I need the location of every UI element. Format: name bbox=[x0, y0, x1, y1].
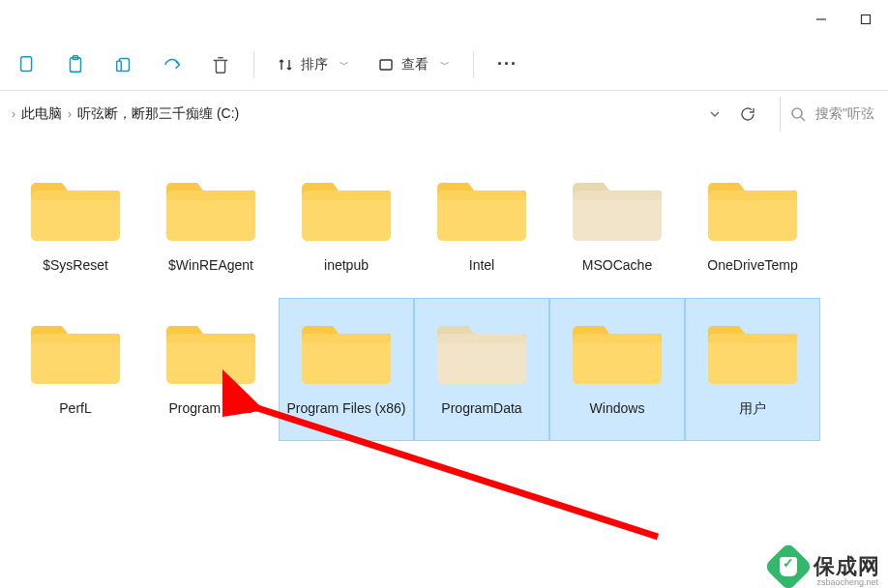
view-button[interactable]: 查看 ﹀ bbox=[365, 43, 463, 87]
chevron-down-icon: ﹀ bbox=[340, 58, 349, 72]
folder-grid: $SysReset $WinREAgent inetpub Intel MSOC… bbox=[0, 137, 888, 441]
svg-rect-33 bbox=[708, 334, 797, 343]
search-input[interactable]: 搜索"听弦 bbox=[780, 97, 888, 132]
folder-icon bbox=[8, 160, 143, 252]
folder-icon bbox=[685, 160, 820, 252]
folder-label: OneDriveTemp bbox=[701, 252, 803, 275]
paste-button[interactable] bbox=[52, 43, 99, 87]
delete-button[interactable] bbox=[197, 43, 244, 87]
more-button[interactable]: ··· bbox=[484, 43, 531, 87]
svg-rect-29 bbox=[437, 334, 526, 343]
view-label: 查看 bbox=[401, 56, 429, 74]
toolbar: 排序 ﹀ 查看 ﹀ ··· bbox=[0, 39, 888, 91]
sort-label: 排序 bbox=[301, 56, 328, 74]
folder-label: Program Files bbox=[163, 396, 258, 418]
folder-item[interactable]: Program Files (x86) bbox=[279, 298, 414, 441]
svg-rect-1 bbox=[862, 15, 871, 24]
chevron-down-icon[interactable] bbox=[708, 107, 722, 121]
folder-item[interactable]: $SysReset bbox=[8, 155, 143, 298]
watermark-badge-icon bbox=[764, 543, 814, 588]
folder-item[interactable]: 用户 bbox=[685, 298, 820, 441]
titlebar bbox=[0, 0, 888, 39]
folder-icon bbox=[8, 303, 143, 396]
folder-label: Program Files (x86) bbox=[281, 396, 412, 418]
cut-button[interactable] bbox=[101, 43, 147, 87]
breadcrumb-item[interactable]: 听弦断，断那三千痴缠 (C:) bbox=[77, 105, 239, 123]
svg-rect-27 bbox=[302, 334, 391, 343]
folder-item[interactable]: OneDriveTemp bbox=[685, 155, 820, 298]
folder-label: Windows bbox=[584, 396, 651, 418]
folder-item[interactable]: Intel bbox=[414, 155, 549, 298]
svg-rect-13 bbox=[166, 191, 255, 200]
folder-icon bbox=[549, 160, 685, 252]
chevron-right-icon: › bbox=[12, 107, 15, 121]
breadcrumb-item[interactable]: 此电脑 bbox=[21, 105, 62, 123]
svg-line-9 bbox=[801, 117, 805, 121]
folder-label: Intel bbox=[463, 252, 500, 275]
folder-item[interactable]: PerfL bbox=[8, 298, 143, 441]
svg-rect-17 bbox=[437, 191, 526, 200]
chevron-right-icon: › bbox=[68, 107, 72, 121]
search-placeholder: 搜索"听弦 bbox=[815, 105, 874, 123]
watermark-url: zsbaocheng.net bbox=[816, 577, 878, 587]
search-icon bbox=[790, 106, 806, 122]
share-button[interactable] bbox=[149, 43, 195, 87]
folder-item[interactable]: $WinREAgent bbox=[143, 155, 279, 298]
breadcrumb[interactable]: › 此电脑 › 听弦断，断那三千痴缠 (C:) bbox=[4, 97, 696, 132]
folder-item[interactable]: MSOCache bbox=[549, 155, 685, 298]
svg-rect-2 bbox=[21, 56, 32, 71]
folder-label: PerfL bbox=[53, 396, 97, 418]
svg-rect-15 bbox=[302, 191, 391, 200]
folder-label: $SysReset bbox=[37, 252, 114, 275]
svg-rect-19 bbox=[573, 191, 662, 200]
svg-point-8 bbox=[792, 108, 802, 118]
svg-rect-25 bbox=[166, 334, 255, 343]
svg-rect-6 bbox=[117, 61, 122, 71]
svg-rect-11 bbox=[31, 191, 120, 200]
maximize-button[interactable] bbox=[844, 4, 888, 35]
folder-item[interactable]: ProgramData bbox=[414, 298, 549, 441]
folder-icon bbox=[279, 303, 414, 396]
folder-icon bbox=[143, 160, 279, 252]
folder-item[interactable]: inetpub bbox=[279, 155, 414, 298]
svg-rect-7 bbox=[380, 60, 392, 70]
folder-icon bbox=[549, 303, 685, 396]
toolbar-separator bbox=[253, 51, 254, 78]
chevron-down-icon: ﹀ bbox=[440, 58, 450, 72]
folder-label: $WinREAgent bbox=[163, 252, 259, 275]
svg-rect-23 bbox=[31, 334, 120, 343]
svg-rect-21 bbox=[708, 191, 797, 200]
folder-label: ProgramData bbox=[435, 396, 527, 418]
folder-icon bbox=[685, 303, 820, 396]
folder-item[interactable]: Program Files bbox=[143, 298, 279, 441]
folder-label: MSOCache bbox=[577, 252, 658, 275]
folder-icon bbox=[279, 160, 414, 252]
svg-rect-31 bbox=[573, 334, 662, 343]
toolbar-separator bbox=[473, 51, 474, 78]
copy-button[interactable] bbox=[4, 43, 50, 87]
folder-icon bbox=[414, 303, 549, 396]
address-row: › 此电脑 › 听弦断，断那三千痴缠 (C:) 搜索"听弦 bbox=[0, 91, 888, 137]
sort-button[interactable]: 排序 ﹀ bbox=[264, 43, 363, 87]
folder-item[interactable]: Windows bbox=[549, 298, 685, 441]
folder-icon bbox=[414, 160, 549, 252]
watermark: 保成网 zsbaocheng.net bbox=[771, 549, 880, 584]
refresh-icon[interactable] bbox=[739, 105, 756, 123]
folder-label: inetpub bbox=[318, 252, 374, 275]
folder-icon bbox=[143, 303, 279, 396]
folder-label: 用户 bbox=[733, 396, 772, 418]
minimize-button[interactable] bbox=[799, 4, 844, 35]
